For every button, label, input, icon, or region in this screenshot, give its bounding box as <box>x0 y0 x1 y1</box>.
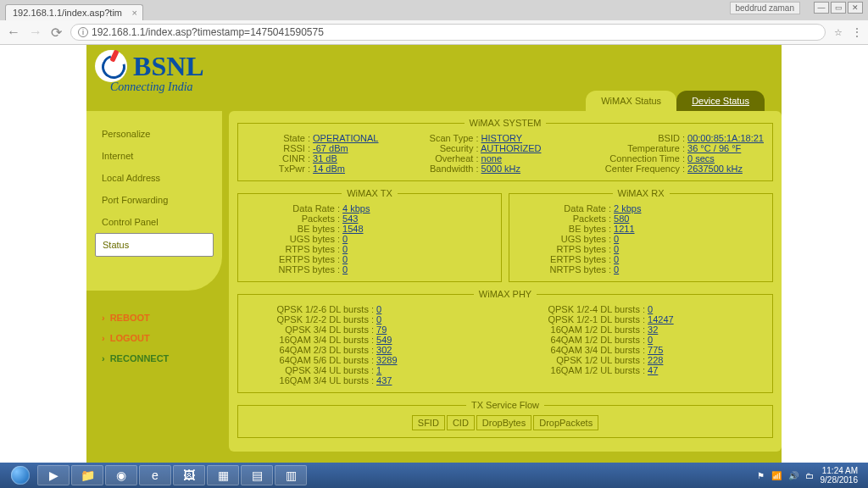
taskbar-chrome-icon[interactable]: ◉ <box>105 465 137 485</box>
tx-grid-pk: Packets : 543 <box>247 214 492 224</box>
taskbar: ▶ 📁 ◉ e 🖼 ▦ ▤ ▥ ⚑ 📶 🔊 🗀 11:24 AM 9/28/20… <box>0 463 868 488</box>
action-reboot[interactable]: REBOOT <box>95 308 214 328</box>
taskbar-photos-icon[interactable]: 🖼 <box>173 465 205 485</box>
content-row: PersonalizeInternetLocal AddressPort For… <box>86 111 782 452</box>
phy-row: QPSK 1/2-1 DL bursts : 14247 <box>518 314 764 324</box>
sidebar-item-control-panel[interactable]: Control Panel <box>95 211 214 233</box>
tray-network-icon[interactable]: 📶 <box>771 471 782 480</box>
main-panel: WiMAX SYSTEM State : OPERATIONAL RSSI : … <box>229 111 782 452</box>
router-app: BSNL Connecting India WiMAX Status Devic… <box>86 45 782 488</box>
sidebar-item-local-address[interactable]: Local Address <box>95 167 214 189</box>
sidebar-item-personalize[interactable]: Personalize <box>95 123 214 145</box>
taskbar-media-icon[interactable]: ▶ <box>37 465 70 485</box>
temperature-value[interactable]: 36 °C / 96 °F <box>687 143 741 153</box>
tx-grid-nrtps: NRTPS bytes : 0 <box>247 264 492 274</box>
tagline: Connecting India <box>110 80 204 94</box>
browser-chrome: 192.168.1.1/index.asp?tim × beddrud zama… <box>0 0 868 45</box>
close-icon[interactable]: × <box>132 8 137 18</box>
wimax-system-legend: WiMAX SYSTEM <box>465 118 547 128</box>
phy-row: 64QAM 3/4 DL bursts : 775 <box>518 345 764 355</box>
overheat-value[interactable]: none <box>481 153 502 164</box>
wimax-rx-box: WiMAX RX Data Rate : 2 kbpsPackets : 580… <box>509 188 773 282</box>
tray-battery-icon[interactable]: 🗀 <box>805 471 814 480</box>
phy-row: 64QAM 2/3 DL bursts : 302 <box>247 345 492 355</box>
sidebar-column: PersonalizeInternetLocal AddressPort For… <box>86 111 222 452</box>
taskbar-app3-icon[interactable]: ▥ <box>275 465 307 485</box>
phy-row: QPSK 1/2-4 DL bursts : 0 <box>518 304 764 314</box>
cinr-value[interactable]: 31 dB <box>313 153 337 164</box>
state-value[interactable]: OPERATIONAL <box>313 133 378 143</box>
wimax-rx-legend: WiMAX RX <box>613 188 670 198</box>
browser-menu-icon[interactable]: ⋮ <box>851 25 861 39</box>
tab-bar: 192.168.1.1/index.asp?tim × beddrud zama… <box>0 0 868 20</box>
rssi-value[interactable]: -67 dBm <box>313 143 348 153</box>
back-icon[interactable]: ← <box>7 25 20 40</box>
url-bar[interactable]: i 192.168.1.1/index.asp?timestamp=147504… <box>70 24 826 41</box>
nav-bar: ← → ⟳ i 192.168.1.1/index.asp?timestamp=… <box>0 20 868 44</box>
rx-grid-dr: Data Rate : 2 kbps <box>518 203 764 214</box>
logo: BSNL Connecting India <box>95 50 204 94</box>
start-button[interactable] <box>5 464 36 486</box>
phy-row: 16QAM 1/2 UL bursts : 47 <box>518 365 764 375</box>
taskbar-app2-icon[interactable]: ▤ <box>241 465 273 485</box>
phy-row: QPSK 1/2 UL bursts : 228 <box>518 355 764 365</box>
sidebar-actions: REBOOTLOGOUTRECONNECT <box>86 308 222 369</box>
forward-icon[interactable]: → <box>29 25 42 40</box>
bsid-value[interactable]: 00:00:85:1A:18:21 <box>687 133 764 143</box>
bandwidth-value[interactable]: 5000 kHz <box>481 164 520 174</box>
txpwr-value[interactable]: 14 dBm <box>313 164 345 174</box>
tab-device-status[interactable]: Device Status <box>676 91 765 111</box>
sflow-header-sfid[interactable]: SFID <box>412 415 445 430</box>
window-controls: — ▭ ✕ <box>814 2 863 14</box>
taskbar-explorer-icon[interactable]: 📁 <box>71 465 103 485</box>
tray-clock[interactable]: 11:24 AM 9/28/2016 <box>821 466 859 485</box>
wimax-tx-legend: WiMAX TX <box>342 188 398 198</box>
sflow-header-dropbytes[interactable]: DropBytes <box>476 415 531 430</box>
connection-time-value[interactable]: 0 secs <box>687 153 715 164</box>
rx-grid-ugs: UGS bytes : 0 <box>518 234 764 244</box>
tab-wimax-status[interactable]: WiMAX Status <box>586 91 676 111</box>
sidebar-item-status[interactable]: Status <box>95 233 214 257</box>
maximize-icon[interactable]: ▭ <box>831 2 846 14</box>
tray-volume-icon[interactable]: 🔊 <box>788 471 798 480</box>
reload-icon[interactable]: ⟳ <box>51 25 62 41</box>
tx-grid-rtps: RTPS bytes : 0 <box>247 244 492 254</box>
tx-service-flow-legend: TX Service Flow <box>466 400 544 410</box>
phy-row: 16QAM 1/2 DL bursts : 32 <box>518 324 764 335</box>
sflow-header-cid[interactable]: CID <box>447 415 475 430</box>
scan-value[interactable]: HISTORY <box>481 133 523 143</box>
tx-grid-ertps: ERTPS bytes : 0 <box>247 254 492 264</box>
action-logout[interactable]: LOGOUT <box>95 328 214 348</box>
rx-grid-pk: Packets : 580 <box>518 214 764 224</box>
rx-grid-be: BE bytes : 1211 <box>518 224 764 234</box>
phy-row: 16QAM 3/4 DL bursts : 549 <box>247 335 492 345</box>
rx-grid-ertps: ERTPS bytes : 0 <box>518 254 764 264</box>
sflow-header-droppackets[interactable]: DropPackets <box>533 415 598 430</box>
page-body: BSNL Connecting India WiMAX Status Devic… <box>0 45 868 488</box>
rx-grid-nrtps: NRTPS bytes : 0 <box>518 264 764 274</box>
security-value[interactable]: AUTHORIZED <box>481 143 542 153</box>
taskbar-app-icon[interactable]: ▦ <box>207 465 239 485</box>
user-badge[interactable]: beddrud zaman <box>730 2 801 14</box>
header: BSNL Connecting India WiMAX Status Devic… <box>86 45 782 111</box>
close-window-icon[interactable]: ✕ <box>848 2 863 14</box>
wimax-system-box: WiMAX SYSTEM State : OPERATIONAL RSSI : … <box>237 118 773 181</box>
phy-row: 16QAM 3/4 UL bursts : 437 <box>247 375 492 385</box>
bookmark-icon[interactable]: ☆ <box>834 27 843 38</box>
minimize-icon[interactable]: — <box>814 2 829 14</box>
tx-grid-be: BE bytes : 1548 <box>247 224 492 234</box>
phy-row: QPSK 3/4 DL bursts : 79 <box>247 324 492 335</box>
top-tabs: WiMAX Status Device Status <box>586 91 765 111</box>
center-freq-value[interactable]: 2637500 kHz <box>687 164 743 174</box>
tray-flag-icon[interactable]: ⚑ <box>757 471 765 480</box>
action-reconnect[interactable]: RECONNECT <box>95 348 214 369</box>
url-text: 192.168.1.1/index.asp?timestamp=14750415… <box>92 26 324 38</box>
sidebar-item-port-forwarding[interactable]: Port Forwarding <box>95 189 214 211</box>
sidebar: PersonalizeInternetLocal AddressPort For… <box>86 111 222 291</box>
sidebar-item-internet[interactable]: Internet <box>95 145 214 167</box>
browser-tab[interactable]: 192.168.1.1/index.asp?tim × <box>5 4 143 20</box>
phy-row: 64QAM 1/2 DL bursts : 0 <box>518 335 764 345</box>
taskbar-ie-icon[interactable]: e <box>139 465 171 485</box>
site-info-icon[interactable]: i <box>78 27 88 37</box>
brand-text: BSNL <box>133 51 204 82</box>
